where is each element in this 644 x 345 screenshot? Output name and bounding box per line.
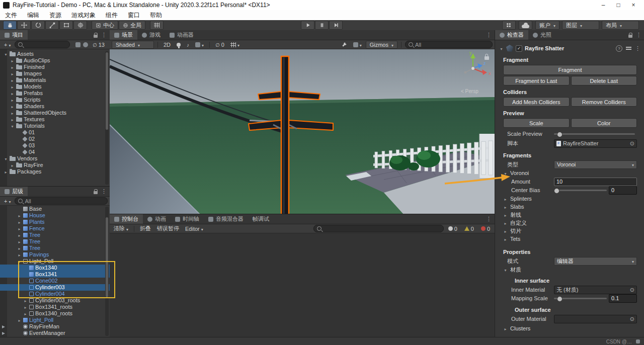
project-item-materials[interactable]: Materials xyxy=(0,77,110,83)
hierarchy-scrollbar[interactable] xyxy=(105,207,109,336)
foldout-open-icon[interactable] xyxy=(4,155,8,162)
tab-animation[interactable]: 动画 xyxy=(143,214,171,224)
foldout-closed-icon[interactable] xyxy=(23,304,28,311)
component-header[interactable]: Rayfire Shatter xyxy=(499,43,640,53)
outer-material-field[interactable] xyxy=(554,315,637,323)
foldout-closed-icon[interactable] xyxy=(17,251,22,258)
grid-snap-button[interactable] xyxy=(150,21,164,30)
panel-menu-icon[interactable] xyxy=(636,32,641,38)
search-by-label-icon[interactable] xyxy=(83,42,88,47)
visibility-toggle-icon[interactable] xyxy=(2,325,5,328)
tab-animator[interactable]: 动画器 xyxy=(165,30,198,40)
delete-last-button[interactable]: Delete Last xyxy=(571,76,637,85)
hierarchy-item-cylinder003[interactable]: Cylinder003 xyxy=(0,284,110,291)
scene-3d-render[interactable]: y x z < Persp xyxy=(110,49,495,214)
hierarchy-item-plants[interactable]: Plants xyxy=(0,219,110,225)
menu-component[interactable]: 组件 xyxy=(106,11,118,20)
audio-toggle[interactable] xyxy=(185,41,191,48)
project-item-04[interactable]: 04 xyxy=(0,149,110,155)
axis-y-label[interactable]: y xyxy=(469,50,472,55)
tets-foldout[interactable]: Tets xyxy=(503,235,644,243)
object-picker-icon[interactable] xyxy=(630,287,634,293)
effects-dropdown[interactable] xyxy=(193,41,206,48)
voronoi-foldout[interactable]: Voronoi xyxy=(503,169,644,177)
scale-tool-button[interactable] xyxy=(45,21,59,30)
project-item-images[interactable]: Images xyxy=(0,70,110,77)
object-picker-icon[interactable] xyxy=(630,140,634,147)
hierarchy-item-pavings[interactable]: Pavings xyxy=(0,251,110,258)
scene-search-input[interactable]: All xyxy=(405,41,493,48)
hierarchy-item-box1340_roots[interactable]: Box1340_roots xyxy=(0,310,110,317)
warning-count-badge[interactable]: 0 xyxy=(462,225,476,232)
project-item-01[interactable]: 01 xyxy=(0,129,110,136)
tab-project[interactable]: 项目 xyxy=(0,30,28,40)
inner-material-field[interactable]: 无 (材质) xyxy=(554,286,637,294)
camera-settings-dropdown[interactable] xyxy=(351,41,364,48)
project-item-shatteredobjects[interactable]: ShatteredObjects xyxy=(0,110,110,116)
splinters-foldout[interactable]: Splinters xyxy=(503,195,644,203)
project-item-models[interactable]: Models xyxy=(0,83,110,90)
foldout-closed-icon[interactable] xyxy=(10,103,15,110)
hierarchy-item-cone002[interactable]: Cone002 xyxy=(0,278,110,284)
title-bar[interactable]: RayFire-Tutorial - Demo - PC, Mac & Linu… xyxy=(0,0,644,11)
rotate-tool-button[interactable] xyxy=(31,21,45,30)
hierarchy-item-eventmanager[interactable]: EventManager xyxy=(0,330,110,336)
project-item-vendors[interactable]: Vendors xyxy=(0,155,110,162)
hierarchy-item-cylinder003_roots[interactable]: Cylinder003_roots xyxy=(0,297,110,304)
lock-icon[interactable] xyxy=(628,35,632,38)
foldout-closed-icon[interactable] xyxy=(10,64,15,71)
foldout-closed-icon[interactable] xyxy=(10,70,15,77)
hidden-objects-button[interactable]: 0 xyxy=(213,41,226,48)
project-item-textures[interactable]: Textures xyxy=(0,116,110,123)
hierarchy-item-house[interactable]: House xyxy=(0,212,110,219)
fragment-to-last-button[interactable]: Fragment to Last xyxy=(503,76,570,85)
tab-game[interactable]: 游戏 xyxy=(137,30,165,40)
tab-inspector[interactable]: 检查器 xyxy=(495,30,528,40)
error-pause-toggle[interactable]: 错误暂停 xyxy=(155,225,181,232)
scene-viewport[interactable]: y x z < Persp xyxy=(110,49,495,214)
search-by-type-icon[interactable] xyxy=(75,42,80,47)
space-toggle-button[interactable]: 全局 xyxy=(119,21,145,30)
center-bias-slider[interactable] xyxy=(554,187,607,194)
foldout-closed-icon[interactable] xyxy=(10,90,15,97)
visibility-toggle-icon[interactable] xyxy=(2,332,5,335)
foldout-closed-icon[interactable] xyxy=(17,232,22,239)
script-object-field[interactable]: RayfireShatter xyxy=(554,139,637,148)
services-button[interactable] xyxy=(502,21,516,30)
panel-menu-icon[interactable] xyxy=(101,188,107,195)
foldout-open-icon[interactable] xyxy=(4,51,8,58)
clear-button[interactable]: 清除 xyxy=(112,225,130,232)
menu-file[interactable]: 文件 xyxy=(5,11,17,20)
project-item-03[interactable]: 03 xyxy=(0,142,110,149)
grid-visibility-dropdown[interactable] xyxy=(228,41,242,48)
transform-tool-button[interactable] xyxy=(73,21,87,30)
foldout-closed-icon[interactable] xyxy=(17,212,22,219)
hierarchy-item-light_poll[interactable]: Light_Poll xyxy=(0,317,110,323)
minimize-button[interactable]: – xyxy=(596,1,611,10)
fragment-type-dropdown[interactable]: Voronoi xyxy=(554,160,637,169)
step-button[interactable] xyxy=(329,21,343,30)
component-enabled-checkbox[interactable] xyxy=(516,45,522,52)
error-count-badge[interactable]: 0 xyxy=(478,225,493,232)
foldout-closed-icon[interactable] xyxy=(17,238,22,245)
custom-foldout[interactable]: 自定义 xyxy=(503,219,644,227)
move-tool-button[interactable] xyxy=(17,21,31,30)
foldout-closed-icon[interactable] xyxy=(10,116,15,123)
shading-mode-dropdown[interactable]: Shaded xyxy=(112,41,154,49)
foldout-open-icon[interactable] xyxy=(499,45,504,51)
close-button[interactable]: × xyxy=(626,1,641,10)
foldout-open-icon[interactable] xyxy=(10,123,15,130)
project-item-packages[interactable]: Packages xyxy=(0,168,110,175)
project-item-shaders[interactable]: Shaders xyxy=(0,103,110,110)
create-asset-button[interactable]: + xyxy=(2,41,13,48)
menu-edit[interactable]: 编辑 xyxy=(27,11,39,20)
menu-gameobject[interactable]: 游戏对象 xyxy=(71,11,96,20)
create-object-button[interactable]: + xyxy=(2,197,13,205)
panel-menu-icon[interactable] xyxy=(101,32,107,38)
fragment-button[interactable]: Fragment xyxy=(503,65,637,75)
menu-assets[interactable]: 资源 xyxy=(49,11,61,20)
menu-help[interactable]: 帮助 xyxy=(150,11,162,20)
project-item-02[interactable]: 02 xyxy=(0,136,110,142)
maximize-button[interactable]: □ xyxy=(611,1,626,10)
mapping-scale-slider[interactable] xyxy=(554,295,607,302)
